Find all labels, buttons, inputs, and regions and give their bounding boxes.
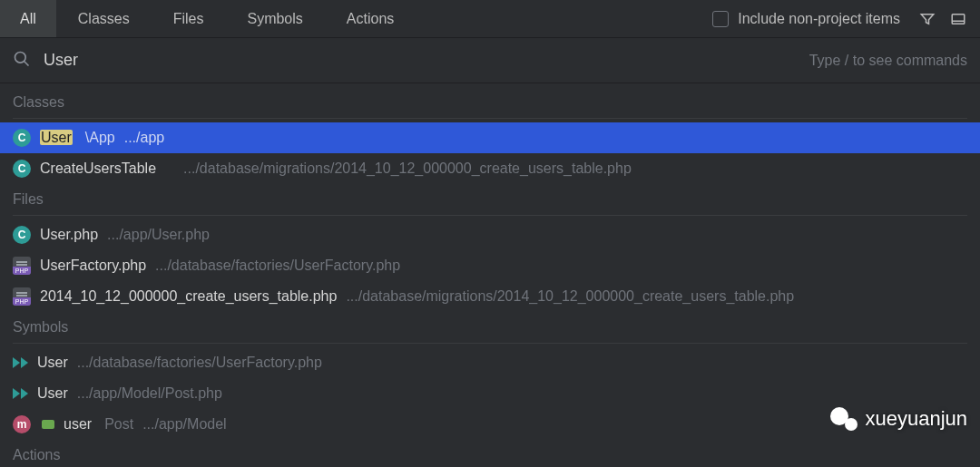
result-row[interactable]: PHP UserFactory.php .../database/factori… [0,250,980,281]
class-icon: C [13,129,31,147]
result-path: .../database/factories/UserFactory.php [155,258,400,274]
divider [13,118,967,119]
tabs: All Classes Files Symbols Actions [0,0,416,37]
method-icon: m [13,415,31,433]
checkbox-icon [712,11,729,27]
include-non-project-toggle[interactable]: Include non-project items [712,11,909,27]
include-label: Include non-project items [738,11,900,27]
panel-button[interactable] [946,6,971,32]
watermark-text: xueyuanjun [865,407,967,431]
search-hint: Type / to see commands [809,53,967,69]
result-row[interactable]: User .../database/factories/UserFactory.… [0,347,980,378]
result-context: \App [85,130,115,146]
svg-line-3 [24,61,29,65]
panel-icon [950,11,966,27]
result-name: User.php [40,227,98,243]
php-file-icon: PHP [13,257,31,275]
result-context: Post [104,416,133,433]
class-icon: C [13,226,31,244]
result-name: user [64,416,92,433]
result-row[interactable]: C User.php .../app/User.php [0,219,980,250]
search-icon [13,50,31,72]
match-highlight: User [40,130,73,145]
result-row[interactable]: C User \App .../app [0,122,980,153]
result-name: User [37,385,68,402]
result-name: CreateUsersTable [40,161,156,177]
section-header-files: Files [0,184,980,211]
result-path: .../database/migrations/2014_10_12_00000… [183,161,632,177]
section-header-actions: Actions [0,440,980,467]
tab-all[interactable]: All [0,0,56,37]
result-name: 2014_10_12_000000_create_users_table.php [40,288,337,305]
search-row: Type / to see commands [0,38,980,83]
svg-point-2 [15,52,26,63]
tab-files[interactable]: Files [152,0,226,37]
result-path: .../database/factories/UserFactory.php [77,355,322,371]
result-name: User [37,355,68,371]
section-header-classes: Classes [0,87,980,114]
filter-icon [919,11,936,27]
result-name: User [40,130,73,146]
result-path: .../app/User.php [107,227,210,243]
result-path: .../app/Model/Post.php [77,385,222,402]
tab-symbols[interactable]: Symbols [225,0,324,37]
php-file-icon: PHP [13,287,31,306]
divider [13,215,967,216]
result-path: .../app [124,130,164,146]
divider [13,343,967,344]
watermark: xueyuanjun [830,407,967,431]
result-row[interactable]: PHP 2014_10_12_000000_create_users_table… [0,281,980,312]
search-input[interactable] [44,51,809,70]
section-header-symbols: Symbols [0,312,980,339]
tab-actions[interactable]: Actions [325,0,416,37]
tab-classes[interactable]: Classes [56,0,152,37]
result-name: UserFactory.php [40,258,146,274]
tab-bar: All Classes Files Symbols Actions Includ… [0,0,980,38]
result-path: .../database/migrations/2014_10_12_00000… [346,288,794,305]
svg-rect-0 [952,14,965,24]
result-row[interactable]: C CreateUsersTable .../database/migratio… [0,153,980,184]
symbol-icon [13,388,28,399]
result-path: .../app/Model [142,416,227,433]
symbol-icon [13,357,28,368]
wechat-icon [830,407,858,431]
class-icon: C [13,160,31,178]
result-row[interactable]: User .../app/Model/Post.php [0,378,980,409]
filter-button[interactable] [915,6,940,32]
folder-icon [42,420,54,429]
